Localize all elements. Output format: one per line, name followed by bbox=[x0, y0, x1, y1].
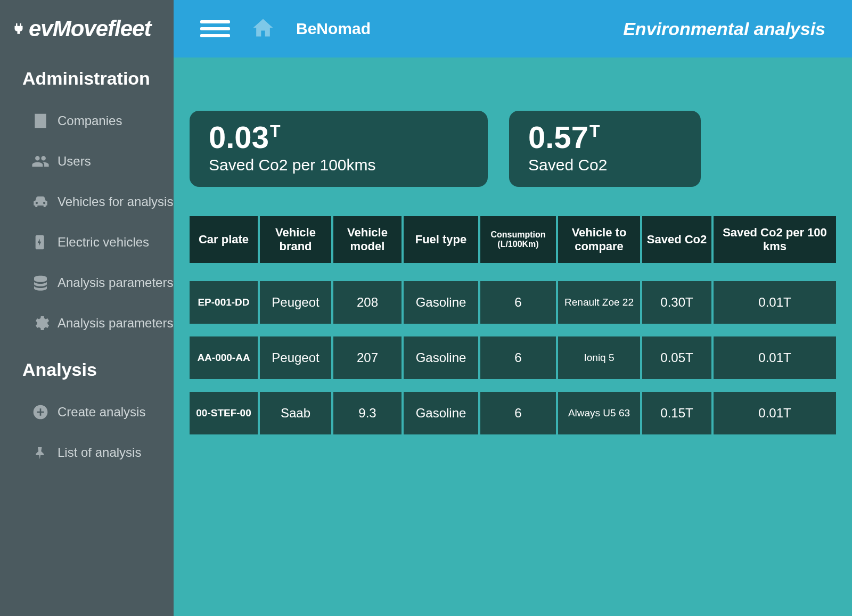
kpi-card-co2-per-100: 0.03 T Saved Co2 per 100kms bbox=[190, 111, 488, 187]
cell-saved100: 0.01T bbox=[714, 392, 836, 434]
sidebar-item-companies[interactable]: Companies bbox=[22, 101, 174, 141]
vehicles-table: Car plate Vehicle brand Vehicle model Fu… bbox=[190, 216, 836, 434]
col-saved100: Saved Co2 per 100 kms bbox=[714, 216, 836, 263]
page-title: Environmental analysis bbox=[623, 19, 825, 39]
building-icon bbox=[31, 111, 50, 130]
sidebar-item-label: Vehicles for analysis bbox=[58, 194, 173, 209]
app-logo: evMovefleet bbox=[11, 16, 151, 42]
breadcrumb: BeNomad bbox=[296, 20, 371, 38]
app-name: evMovefleet bbox=[29, 16, 151, 42]
cell-fuel: Gasoline bbox=[404, 336, 478, 379]
col-fuel: Fuel type bbox=[404, 216, 478, 263]
plus-circle-icon bbox=[31, 403, 50, 422]
logo-bar: evMovefleet bbox=[0, 0, 174, 58]
kpi-unit: T bbox=[270, 121, 281, 141]
kpi-card-co2-total: 0.57 T Saved Co2 bbox=[509, 111, 701, 187]
cell-brand: Saab bbox=[260, 392, 331, 434]
kpi-label: Saved Co2 bbox=[528, 156, 682, 174]
cell-plate: EP-001-DD bbox=[190, 281, 258, 324]
content: 0.03 T Saved Co2 per 100kms 0.57 T Saved… bbox=[174, 58, 852, 616]
sidebar-item-label: Create analysis bbox=[58, 405, 145, 420]
car-icon bbox=[31, 192, 50, 211]
plug-icon bbox=[11, 17, 27, 43]
sidebar-item-electric-vehicles[interactable]: Electric vehicles bbox=[22, 222, 174, 262]
sidebar-item-label: Electric vehicles bbox=[58, 235, 149, 250]
users-icon bbox=[31, 152, 50, 171]
col-consumption: Consumption (L/100Km) bbox=[480, 216, 556, 263]
sidebar-section-admin: Administration Companies Users Vehicles … bbox=[0, 58, 174, 349]
sidebar-item-label: Companies bbox=[58, 113, 122, 128]
sidebar-item-create-analysis[interactable]: Create analysis bbox=[22, 392, 174, 432]
cell-compare: Renault Zoe 22 bbox=[558, 281, 640, 324]
cell-compare: Ioniq 5 bbox=[558, 336, 640, 379]
cell-saved: 0.05T bbox=[642, 336, 711, 379]
sidebar-section-title-analysis: Analysis bbox=[22, 359, 174, 380]
table-row[interactable]: EP-001-DD Peugeot 208 Gasoline 6 Renault… bbox=[190, 281, 836, 324]
sidebar-section-title-admin: Administration bbox=[22, 68, 174, 89]
sidebar-item-label: List of analysis bbox=[58, 445, 141, 460]
sidebar-item-list-analysis[interactable]: List of analysis bbox=[22, 432, 174, 473]
cell-saved100: 0.01T bbox=[714, 281, 836, 324]
col-model: Vehicle model bbox=[333, 216, 402, 263]
cell-saved: 0.30T bbox=[642, 281, 711, 324]
pin-icon bbox=[31, 443, 50, 462]
sidebar-item-users[interactable]: Users bbox=[22, 141, 174, 182]
cell-cons: 6 bbox=[480, 281, 556, 324]
cell-plate: 00-STEF-00 bbox=[190, 392, 258, 434]
cell-cons: 6 bbox=[480, 392, 556, 434]
sidebar-item-label: Analysis parameters bbox=[58, 275, 173, 290]
sidebar-item-analysis-params-db[interactable]: Analysis parameters bbox=[22, 262, 174, 303]
home-button[interactable] bbox=[251, 16, 275, 42]
col-brand: Vehicle brand bbox=[260, 216, 331, 263]
table-row[interactable]: AA-000-AA Peugeot 207 Gasoline 6 Ioniq 5… bbox=[190, 336, 836, 379]
gears-icon bbox=[31, 314, 50, 333]
kpi-value: 0.03 bbox=[209, 119, 269, 155]
table-row[interactable]: 00-STEF-00 Saab 9.3 Gasoline 6 Always U5… bbox=[190, 392, 836, 434]
cell-model: 9.3 bbox=[333, 392, 402, 434]
col-compare: Vehicle to compare bbox=[558, 216, 640, 263]
main-area: BeNomad Environmental analysis 0.03 T Sa… bbox=[174, 0, 852, 616]
cell-compare: Always U5 63 bbox=[558, 392, 640, 434]
sidebar-item-label: Users bbox=[58, 154, 91, 169]
col-saved: Saved Co2 bbox=[642, 216, 711, 263]
col-car-plate: Car plate bbox=[190, 216, 258, 263]
sidebar-item-vehicles-analysis[interactable]: Vehicles for analysis bbox=[22, 182, 174, 222]
cell-brand: Peugeot bbox=[260, 281, 331, 324]
table-header-row: Car plate Vehicle brand Vehicle model Fu… bbox=[190, 216, 836, 263]
charger-icon bbox=[31, 233, 50, 252]
cell-model: 208 bbox=[333, 281, 402, 324]
sidebar-section-analysis: Analysis Create analysis List of analysi… bbox=[0, 349, 174, 478]
kpi-label: Saved Co2 per 100kms bbox=[209, 156, 469, 174]
cell-brand: Peugeot bbox=[260, 336, 331, 379]
kpi-value: 0.57 bbox=[528, 119, 588, 155]
database-icon bbox=[31, 273, 50, 292]
cell-model: 207 bbox=[333, 336, 402, 379]
cell-fuel: Gasoline bbox=[404, 281, 478, 324]
kpi-unit: T bbox=[589, 121, 600, 141]
cell-saved100: 0.01T bbox=[714, 336, 836, 379]
cell-plate: AA-000-AA bbox=[190, 336, 258, 379]
sidebar-item-analysis-params-gear[interactable]: Analysis parameters bbox=[22, 303, 174, 343]
home-icon bbox=[251, 16, 275, 39]
cell-fuel: Gasoline bbox=[404, 392, 478, 434]
sidebar: evMovefleet Administration Companies Use… bbox=[0, 0, 174, 616]
sidebar-item-label: Analysis parameters bbox=[58, 316, 173, 331]
kpi-row: 0.03 T Saved Co2 per 100kms 0.57 T Saved… bbox=[190, 111, 836, 187]
hamburger-menu-button[interactable] bbox=[200, 20, 230, 37]
cell-cons: 6 bbox=[480, 336, 556, 379]
topbar: BeNomad Environmental analysis bbox=[174, 0, 852, 58]
cell-saved: 0.15T bbox=[642, 392, 711, 434]
